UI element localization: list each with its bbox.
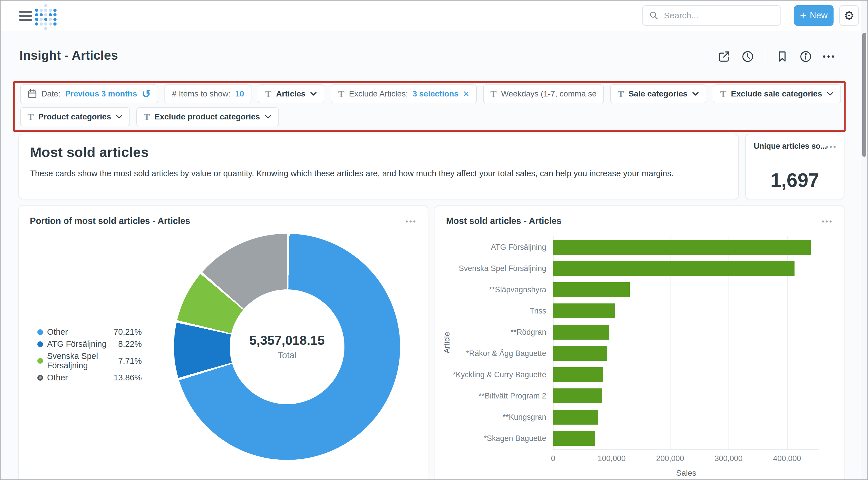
- bar-category-label: *Skagen Baguette: [441, 428, 546, 449]
- bar[interactable]: [553, 388, 601, 403]
- x-tick-label: 400,000: [773, 454, 801, 463]
- bar[interactable]: [553, 303, 615, 319]
- summary-description: These cards show the most sold articles …: [30, 169, 727, 178]
- filter-label: Exclude product categories: [154, 112, 260, 121]
- filter-exclude-articles[interactable]: TExclude Articles:3 selections×: [331, 84, 476, 103]
- filter-value: 10: [235, 89, 244, 98]
- bar-category-label: **Rödgran: [441, 322, 546, 343]
- text-filter-icon: T: [338, 89, 344, 99]
- filter-label: Articles: [276, 89, 306, 98]
- donut-total-label: Total: [278, 350, 296, 361]
- reset-filter-icon[interactable]: ↺: [142, 88, 151, 99]
- x-tick-label: 100,000: [598, 454, 626, 463]
- legend-item[interactable]: Svenska Spel Försäljning7.71%: [37, 351, 142, 370]
- filter-exclude-product-categories[interactable]: TExclude product categories: [136, 108, 279, 126]
- legend-percent: 8.22%: [118, 339, 142, 349]
- filter-date[interactable]: Date:Previous 3 months↺: [20, 84, 158, 103]
- chevron-down-icon: [116, 115, 123, 119]
- clock-history-icon[interactable]: [741, 50, 754, 63]
- info-icon[interactable]: [799, 50, 812, 63]
- hamburger-menu-icon[interactable]: [19, 11, 32, 21]
- app-logo[interactable]: [35, 4, 57, 31]
- legend-dot: [37, 358, 43, 364]
- bar-chart-card: Most sold articles - Articles ••• Articl…: [435, 205, 844, 480]
- new-button-label: New: [810, 10, 828, 21]
- card-menu-icon[interactable]: •••: [822, 217, 833, 226]
- gear-icon: ⚙: [844, 9, 855, 23]
- settings-button[interactable]: ⚙: [839, 5, 859, 26]
- page-title: Insight - Articles: [20, 48, 118, 63]
- bar-category-label: **Släpvagnshyra: [441, 279, 546, 300]
- bookmark-icon[interactable]: [776, 50, 789, 63]
- bar[interactable]: [553, 325, 609, 340]
- bar[interactable]: [553, 282, 630, 297]
- card-menu-icon[interactable]: •••: [406, 217, 417, 226]
- filter-product-categories[interactable]: TProduct categories: [20, 108, 130, 126]
- legend-dot: [37, 329, 43, 335]
- filter-label: Exclude Articles:: [349, 89, 408, 98]
- bar[interactable]: [553, 240, 811, 254]
- donut-chart-title: Portion of most sold articles - Articles: [30, 216, 190, 226]
- search-box[interactable]: [642, 5, 781, 26]
- bar[interactable]: [553, 261, 795, 276]
- card-menu-icon[interactable]: •••: [826, 142, 837, 151]
- donut-hole: 5,357,018.15 Total: [229, 289, 344, 404]
- filter-sale-categories[interactable]: TSale categories: [610, 84, 706, 103]
- filter-articles[interactable]: TArticles: [258, 84, 324, 103]
- legend-item[interactable]: Other70.21%: [37, 327, 142, 337]
- share-export-icon[interactable]: [718, 50, 731, 63]
- dashboard-actions: •••: [718, 49, 836, 64]
- text-filter-icon: T: [720, 89, 726, 99]
- unique-articles-value: 1,697: [746, 169, 844, 191]
- more-actions-icon[interactable]: •••: [823, 50, 836, 63]
- bar-category-label: **Kungsgran: [441, 407, 546, 428]
- top-bar: + New ⚙: [1, 1, 861, 31]
- text-filter-icon: T: [491, 89, 497, 99]
- bar[interactable]: [553, 431, 595, 446]
- text-filter-icon: T: [265, 89, 271, 99]
- chevron-down-icon: [827, 92, 834, 96]
- filter-value: 3 selections: [412, 89, 458, 98]
- legend-percent: 7.71%: [118, 356, 142, 366]
- plus-icon: +: [800, 10, 806, 21]
- legend-label: ATG Försäljning: [47, 339, 118, 349]
- bar-chart-title: Most sold articles - Articles: [446, 216, 561, 226]
- summary-title: Most sold articles: [30, 144, 727, 160]
- text-filter-icon: T: [618, 89, 624, 99]
- scrollbar-thumb[interactable]: [862, 33, 866, 157]
- donut-legend: Other70.21%ATG Försäljning8.22%Svenska S…: [37, 327, 142, 382]
- clear-filter-icon[interactable]: ×: [463, 89, 469, 99]
- search-icon: [649, 11, 659, 20]
- bar-category-label: Triss: [441, 300, 546, 322]
- bar-category-label: **Biltvätt Program 2: [441, 385, 546, 407]
- legend-label: Other: [47, 327, 114, 337]
- legend-item[interactable]: Other13.86%: [37, 373, 142, 382]
- bar-category-labels: ATG FörsäljningSvenska Spel Försäljning*…: [441, 237, 550, 449]
- bar[interactable]: [553, 410, 598, 425]
- legend-dot: [37, 375, 43, 381]
- summary-card: Most sold articles These cards show the …: [19, 134, 739, 199]
- filter-label: Weekdays (1-7, comma se: [501, 89, 597, 98]
- unique-card-title: Unique articles so...: [754, 142, 827, 150]
- donut-chart[interactable]: 5,357,018.15 Total: [174, 234, 400, 460]
- chevron-down-icon: [265, 115, 272, 119]
- x-tick-label: 200,000: [656, 454, 684, 463]
- actions-divider: [765, 49, 765, 64]
- bar-category-label: Svenska Spel Försäljning: [441, 258, 546, 279]
- bar[interactable]: [553, 346, 608, 361]
- legend-dot: [37, 341, 43, 347]
- x-tick-label: 300,000: [714, 454, 743, 463]
- bar-category-label: ATG Försäljning: [441, 237, 546, 258]
- legend-item[interactable]: ATG Försäljning8.22%: [37, 339, 142, 349]
- filter-label: Sale categories: [629, 89, 687, 98]
- x-axis-label: Sales: [553, 469, 819, 478]
- new-button[interactable]: + New: [794, 5, 834, 26]
- filter-exclude-sale-categories[interactable]: TExclude sale categories: [713, 84, 841, 103]
- bar[interactable]: [553, 367, 603, 382]
- donut-chart-card: Portion of most sold articles - Articles…: [19, 205, 428, 480]
- bar-category-label: *Kyckling & Curry Baguette: [441, 364, 546, 385]
- unique-articles-card: Unique articles so... ••• 1,697: [745, 134, 844, 199]
- filter-weekdays[interactable]: TWeekdays (1-7, comma se: [483, 84, 604, 103]
- filter-items-to-show[interactable]: # Items to show:10: [164, 84, 251, 103]
- search-input[interactable]: [663, 10, 775, 21]
